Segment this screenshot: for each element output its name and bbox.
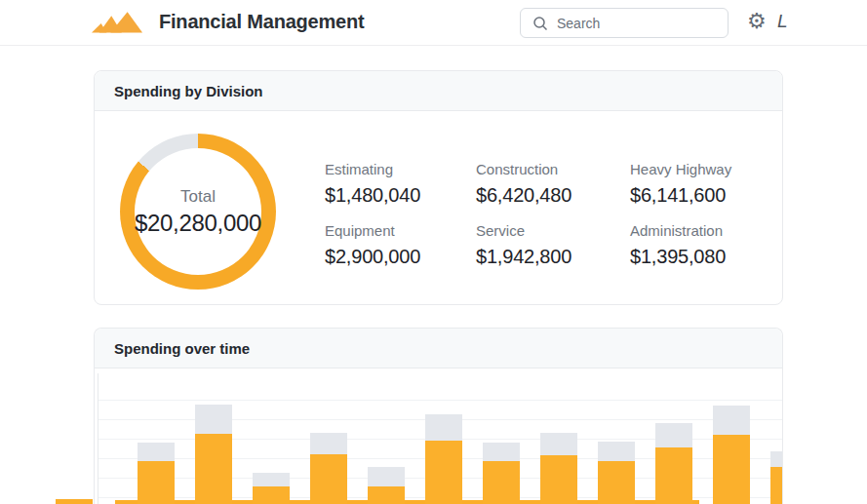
stacked-bar <box>425 414 462 504</box>
stacked-bar-primary-segment <box>195 434 232 504</box>
division-card-header: Spending by Division <box>95 71 782 111</box>
stacked-bar-primary-segment <box>770 467 782 504</box>
page: Financial Management ⚙ L Spending by Div… <box>0 0 867 504</box>
stacked-bar <box>483 443 520 504</box>
stacked-bar-primary-segment <box>655 447 692 504</box>
donut-chart: Total $20,280,000 <box>120 134 276 290</box>
time-card-title: Spending over time <box>114 340 250 357</box>
stacked-bar-primary-segment <box>368 486 405 504</box>
donut-total-label: Total <box>180 187 216 207</box>
division-card-title: Spending by Division <box>114 83 263 99</box>
stat-administration: Administration $1,395,080 <box>630 221 731 269</box>
stacked-bar <box>540 433 577 504</box>
stat-value: $2,900,000 <box>325 244 476 269</box>
stacked-bar <box>195 405 232 504</box>
stat-equipment: Equipment $2,900,000 <box>325 221 476 269</box>
stacked-bar <box>713 406 750 504</box>
search-icon <box>532 16 548 31</box>
stat-value: $6,420,480 <box>476 182 630 208</box>
stacked-bar-primary-segment <box>310 454 347 504</box>
settings-gear-icon[interactable]: ⚙ <box>747 10 767 33</box>
stacked-bar-primary-segment <box>253 486 290 504</box>
stat-label: Equipment <box>325 221 476 241</box>
stat-construction: Construction $6,420,480 <box>476 160 630 208</box>
stat-value: $1,942,800 <box>476 244 630 269</box>
spending-over-time-bar-chart <box>95 368 782 504</box>
gridline <box>99 400 782 401</box>
stat-label: Heavy Highway <box>630 160 731 179</box>
stat-estimating: Estimating $1,480,040 <box>325 160 476 208</box>
app-title: Financial Management <box>159 11 365 33</box>
stacked-bar-primary-segment <box>425 441 462 504</box>
stacked-bar-primary-segment <box>483 461 520 504</box>
stat-label: Construction <box>476 160 630 179</box>
time-card-body <box>95 368 782 504</box>
division-stats-grid: Estimating $1,480,040 Construction $6,42… <box>325 160 731 269</box>
stat-heavy-highway: Heavy Highway $6,141,600 <box>630 160 731 208</box>
stat-value: $6,141,600 <box>630 182 731 208</box>
search-box[interactable] <box>520 8 729 38</box>
stacked-bar <box>310 433 347 504</box>
stacked-bar <box>598 442 635 504</box>
stacked-bar <box>655 423 692 504</box>
clipped-bottom-strip <box>56 499 93 504</box>
donut-center: Total $20,280,000 <box>135 148 261 275</box>
search-input[interactable] <box>557 16 713 31</box>
stacked-bar <box>138 443 175 504</box>
stat-label: Administration <box>630 221 731 241</box>
stacked-bar-primary-segment <box>713 435 750 504</box>
spending-over-time-card: Spending over time <box>94 328 783 504</box>
stat-value: $1,395,080 <box>630 244 731 269</box>
donut-total-value: $20,280,000 <box>135 210 261 237</box>
stat-label: Estimating <box>325 160 476 179</box>
stacked-bar-primary-segment <box>540 455 577 504</box>
stat-service: Service $1,942,800 <box>476 221 630 269</box>
stat-value: $1,480,040 <box>325 182 476 208</box>
time-card-header: Spending over time <box>95 329 782 368</box>
stacked-bar <box>368 467 405 504</box>
app-logo-icon <box>92 9 144 34</box>
clipped-header-glyph: L <box>777 11 788 32</box>
spending-by-division-card: Spending by Division Total $20,280,000 E… <box>94 70 783 305</box>
division-card-body: Total $20,280,000 Estimating $1,480,040 … <box>95 111 782 305</box>
stacked-bar <box>253 473 290 504</box>
stacked-bar <box>770 451 782 504</box>
stacked-bar-primary-segment <box>598 461 635 504</box>
stacked-bar-primary-segment <box>138 461 175 504</box>
stat-label: Service <box>476 221 630 241</box>
app-header: Financial Management ⚙ L <box>0 0 867 46</box>
